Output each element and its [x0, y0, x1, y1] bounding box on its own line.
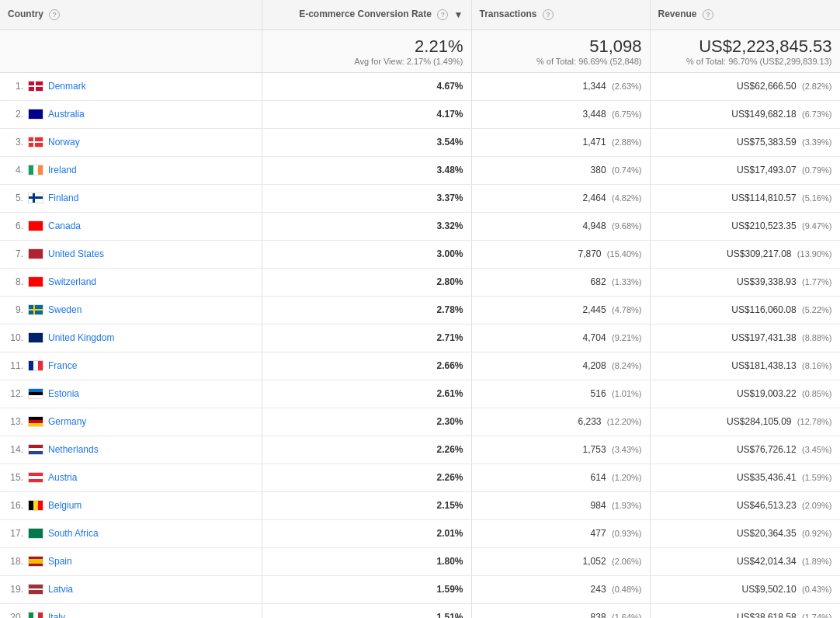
country-cell: 19. Latvia — [0, 575, 262, 603]
revenue-cell: US$20,364.35 (0.92%) — [650, 519, 840, 547]
transactions-label: Transactions — [480, 9, 537, 19]
revenue-pct: (5.16%) — [802, 193, 832, 203]
revenue-pct: (0.92%) — [802, 529, 832, 538]
revenue-cell: US$42,014.34 (1.89%) — [650, 547, 840, 575]
rank-label: 17. — [8, 528, 23, 539]
rank-label: 13. — [8, 416, 23, 427]
rank-label: 14. — [8, 444, 23, 455]
revenue-cell: US$62,666.50 (2.82%) — [650, 72, 840, 100]
transactions-pct: (6.75%) — [612, 109, 642, 119]
country-name[interactable]: Germany — [48, 416, 86, 427]
conversion-cell: 3.48% — [262, 156, 471, 184]
conversion-cell: 2.26% — [262, 436, 471, 464]
country-help-icon[interactable]: ? — [49, 9, 60, 20]
revenue-cell: US$17,493.07 (0.79%) — [650, 156, 840, 184]
country-name[interactable]: Latvia — [48, 584, 73, 595]
flag-icon — [28, 584, 43, 595]
country-cell: 9. Sweden — [0, 296, 262, 324]
revenue-pct: (9.47%) — [802, 221, 832, 231]
table-row: 19. Latvia 1.59%243 (0.48%)US$9,502.10 (… — [0, 575, 840, 603]
transactions-cell: 1,344 (2.63%) — [471, 72, 650, 100]
flag-icon — [28, 612, 43, 618]
country-cell: 18. Spain — [0, 547, 262, 575]
transactions-pct: (2.06%) — [612, 557, 642, 566]
country-name[interactable]: Sweden — [48, 304, 82, 315]
country-cell: 5. Finland — [0, 184, 262, 212]
summary-transactions-value: 51,098 — [480, 36, 642, 57]
country-cell: 15. Austria — [0, 464, 262, 491]
flag-icon — [28, 416, 43, 427]
transactions-cell: 838 (1.64%) — [471, 603, 650, 618]
country-name[interactable]: Switzerland — [48, 276, 96, 287]
flag-icon — [28, 528, 43, 539]
rank-label: 16. — [8, 500, 23, 511]
country-name[interactable]: Spain — [48, 556, 72, 567]
country-name[interactable]: Italy — [48, 612, 65, 618]
transactions-pct: (0.74%) — [612, 165, 642, 175]
country-name[interactable]: Norway — [48, 137, 80, 148]
country-name[interactable]: Canada — [48, 220, 81, 231]
flag-icon — [28, 81, 43, 92]
rank-label: 15. — [8, 472, 23, 483]
flag-icon — [28, 109, 43, 120]
rank-label: 11. — [8, 360, 23, 371]
transactions-cell: 2,445 (4.78%) — [471, 296, 650, 324]
conversion-cell: 3.54% — [262, 128, 471, 156]
country-name[interactable]: United Kingdom — [48, 332, 114, 343]
country-name[interactable]: Ireland — [48, 165, 77, 175]
revenue-pct: (1.89%) — [802, 557, 832, 566]
flag-icon — [28, 388, 43, 399]
flag-icon — [28, 248, 43, 259]
conversion-help-icon[interactable]: ? — [437, 9, 448, 20]
flag-icon — [28, 472, 43, 483]
transactions-header: Transactions ? — [471, 0, 650, 30]
revenue-cell: US$38,618.58 (1.74%) — [650, 603, 840, 618]
country-name[interactable]: Belgium — [48, 500, 82, 511]
transactions-cell: 516 (1.01%) — [471, 380, 650, 408]
revenue-pct: (6.73%) — [802, 109, 832, 119]
transactions-pct: (9.68%) — [612, 221, 642, 231]
country-name[interactable]: France — [48, 360, 77, 371]
revenue-label: Revenue — [658, 9, 697, 19]
transactions-pct: (1.01%) — [612, 389, 642, 398]
country-name[interactable]: Estonia — [48, 388, 79, 399]
transactions-pct: (1.93%) — [612, 501, 642, 510]
transactions-pct: (1.33%) — [612, 277, 642, 286]
country-cell: 10. United Kingdom — [0, 324, 262, 352]
revenue-cell: US$114,810.57 (5.16%) — [650, 184, 840, 212]
transactions-cell: 477 (0.93%) — [471, 519, 650, 547]
rank-label: 20. — [8, 612, 23, 618]
revenue-help-icon[interactable]: ? — [703, 9, 713, 20]
rank-label: 2. — [8, 109, 23, 120]
table-row: 8. Switzerland 2.80%682 (1.33%)US$39,338… — [0, 268, 840, 296]
country-name[interactable]: Australia — [48, 109, 85, 120]
summary-conversion-cell: 2.21% Avg for View: 2.17% (1.49%) — [262, 30, 471, 72]
country-name[interactable]: Finland — [48, 193, 78, 203]
table-row: 4. Ireland 3.48%380 (0.74%)US$17,493.07 … — [0, 156, 840, 184]
sort-icon[interactable]: ▼ — [454, 9, 463, 20]
country-cell: 17. South Africa — [0, 519, 262, 547]
revenue-pct: (5.22%) — [802, 305, 832, 314]
transactions-pct: (9.21%) — [612, 333, 642, 342]
revenue-pct: (1.59%) — [802, 473, 832, 482]
country-name[interactable]: South Africa — [48, 528, 99, 539]
country-name[interactable]: Denmark — [48, 81, 86, 92]
transactions-pct: (2.63%) — [612, 82, 642, 91]
revenue-pct: (0.43%) — [802, 585, 832, 594]
conversion-cell: 3.32% — [262, 212, 471, 240]
transactions-cell: 7,870 (15.40%) — [471, 240, 650, 268]
country-name[interactable]: Austria — [48, 472, 77, 483]
country-cell: 6. Canada — [0, 212, 262, 240]
revenue-pct: (0.79%) — [802, 165, 832, 175]
summary-transactions-sub: % of Total: 96.69% (52,848) — [480, 57, 642, 66]
country-name[interactable]: United States — [48, 248, 104, 259]
revenue-cell: US$76,726.12 (3.45%) — [650, 436, 840, 464]
transactions-help-icon[interactable]: ? — [543, 9, 554, 20]
revenue-cell: US$75,383.59 (3.39%) — [650, 128, 840, 156]
flag-icon — [28, 500, 43, 511]
transactions-cell: 614 (1.20%) — [471, 464, 650, 491]
conversion-cell: 4.17% — [262, 100, 471, 128]
transactions-cell: 380 (0.74%) — [471, 156, 650, 184]
country-name[interactable]: Netherlands — [48, 444, 99, 455]
rank-label: 19. — [8, 584, 23, 595]
